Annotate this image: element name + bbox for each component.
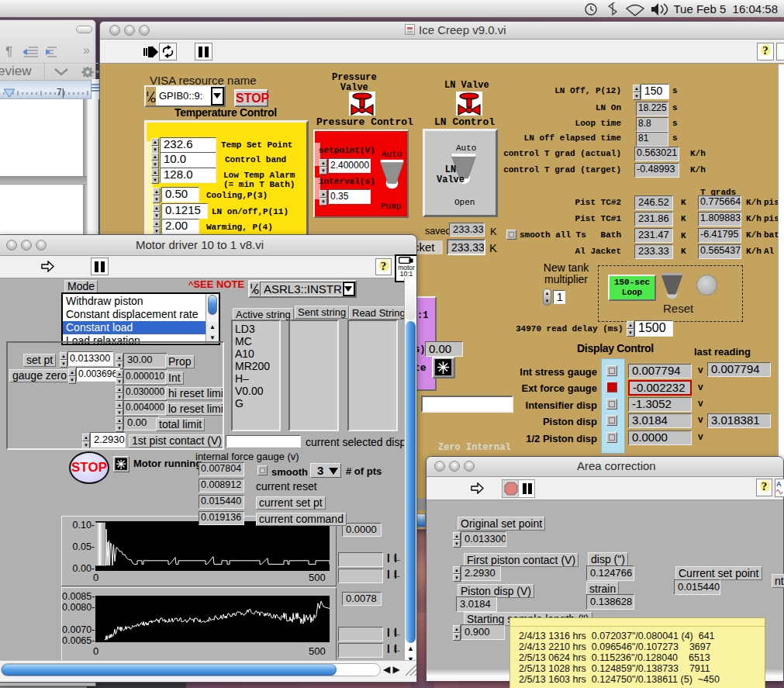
svg-text:A: A bbox=[776, 480, 782, 488]
svg-text:I: I bbox=[250, 282, 252, 290]
svg-text:7|: 7| bbox=[57, 87, 64, 98]
svg-text:I: I bbox=[147, 90, 149, 98]
